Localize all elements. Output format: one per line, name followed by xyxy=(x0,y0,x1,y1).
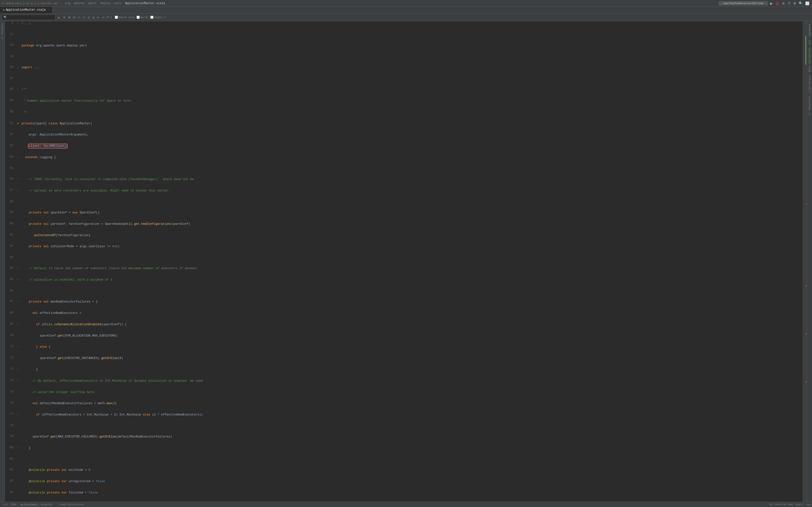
fold-icon[interactable]: ▾ xyxy=(17,88,19,91)
breadcrumb: org ▸ apache ▸ spark ▸ deploy ▸ yarn ▸ A… xyxy=(65,1,165,5)
code-line: 17 xyxy=(5,33,803,43)
code-line: 73 ▾ } xyxy=(5,367,803,379)
regex-label[interactable]: Regex xyxy=(150,16,162,19)
help-icon[interactable]: ? xyxy=(164,16,166,19)
search-btn[interactable]: 🔍 xyxy=(798,1,804,6)
fold-icon[interactable]: ▾ xyxy=(17,345,19,348)
code-line: 63 xyxy=(5,256,803,266)
search-plus-btn[interactable]: ⊞ xyxy=(67,15,71,19)
code-line: 68 val effectiveNumExecutors = xyxy=(5,311,803,322)
code-line: 83 @volatile private var unregistered = … xyxy=(5,479,803,490)
bean-validation-panel-tab[interactable]: Bean Validation xyxy=(807,47,812,73)
todo-tab[interactable]: ≡ 6: TODO xyxy=(2,502,18,507)
fold-icon[interactable]: ▾ xyxy=(17,323,19,326)
words-label[interactable]: Words xyxy=(137,16,148,19)
bc-apache: apache xyxy=(74,2,84,5)
fold-icon[interactable]: ▾ xyxy=(17,380,19,382)
code-line: 65 ▾ // allocation is enabled), with a m… xyxy=(5,277,803,289)
run-gutter-icon[interactable]: ▶ xyxy=(17,122,19,125)
todo-label: 6: TODO xyxy=(6,503,17,506)
profile-btn[interactable]: ⏱ xyxy=(786,1,792,6)
search-nav3-btn[interactable]: ⊳ xyxy=(96,15,101,19)
filter-icon[interactable]: ≡ xyxy=(107,15,109,19)
java-enterprise-tab[interactable]: ☕ Java Enterprise xyxy=(56,502,85,507)
code-line: 54 ▾ extends Logging { xyxy=(5,155,803,166)
editor-area[interactable]: 1 ▾ /.../ 17 18 package org.apache.spark… xyxy=(5,21,803,502)
bc-spark: spark xyxy=(88,2,96,5)
code-line: 53 client: YarnRMClient) xyxy=(5,144,803,155)
code-line: 47 xyxy=(5,76,803,87)
code-line: 84 @volatile private var finished = fals… xyxy=(5,490,803,502)
search-minus-btn[interactable]: ⊟ xyxy=(72,15,77,19)
filter2-icon[interactable]: ▾ xyxy=(110,15,112,19)
debug-btn[interactable]: 🐞 xyxy=(774,1,780,6)
project-panel-icon[interactable]: 1: Project xyxy=(0,22,4,40)
search-undo-btn[interactable]: ↩ xyxy=(77,15,81,19)
right-panels: Database Ant Bean Validation Z-Structure… xyxy=(807,21,812,502)
event-log-btn[interactable]: Event Log xyxy=(796,503,810,506)
search-icon: 🔍 xyxy=(4,16,7,19)
search-nav1-btn[interactable]: ⊴ xyxy=(87,15,91,19)
scala-icon: ◈ xyxy=(3,8,5,11)
fold-icon[interactable]: ▾ xyxy=(17,300,19,303)
fold-icon[interactable]: ▾ xyxy=(17,22,19,25)
ant-panel-tab[interactable]: Ant xyxy=(807,38,812,46)
words-checkbox[interactable] xyxy=(137,16,140,19)
search-nav4-btn[interactable]: ⊲ xyxy=(101,15,105,19)
bc-org: org xyxy=(65,2,70,5)
search-nav2-btn[interactable]: ⊵ xyxy=(91,15,96,19)
code-line: 75 ▾ // avoid the integer overflow here. xyxy=(5,390,803,401)
run-config[interactable]: ☕ SparkKafkaReceiverDStream ▾ xyxy=(719,1,768,5)
cursor-position: 53:c36(n/a):00E xyxy=(769,503,794,506)
database-panel-tab[interactable]: Database xyxy=(807,22,812,38)
main-area: 1: Project 1 ▾ /.../ 17 18 package org.a… xyxy=(0,21,812,502)
fold-icon[interactable]: ▾ xyxy=(17,156,19,159)
left-panel-strip: 1: Project xyxy=(0,21,5,502)
todo-icon: ≡ xyxy=(3,503,5,506)
build-btn[interactable]: ▶ xyxy=(769,1,773,6)
match-case-label[interactable]: Match Case xyxy=(115,16,135,19)
fold-icon[interactable]: ▾ xyxy=(17,66,19,69)
code-line: 80 ▾ } xyxy=(5,446,803,457)
z-structure-panel-tab[interactable]: Z-Structure xyxy=(807,74,812,95)
fold-icon[interactable]: ▾ xyxy=(17,189,19,192)
search-input[interactable] xyxy=(8,16,53,19)
fold-icon[interactable]: ▾ xyxy=(17,278,19,281)
breadcrumb-sep: ▸ xyxy=(59,1,61,5)
fold-icon[interactable]: ▾ xyxy=(17,267,19,270)
jar-name: spark-yarn_2.11-2.1.1-sources.jar xyxy=(5,2,58,5)
code-line: 79 sparkConf.get(MAX_EXECUTOR_FAILURES).… xyxy=(5,434,803,446)
coverage-btn[interactable]: ⚙ xyxy=(781,1,785,6)
search-redo-btn[interactable]: ↪ xyxy=(82,15,86,19)
title-right: ☕ SparkKafkaReceiverDStream ▾ ▶ 🐞 ⚙ ⏱ ⚙ … xyxy=(719,1,810,6)
code-line: 1 ▾ /.../ xyxy=(5,21,803,33)
favorites-panel-tab[interactable]: 2- Favorites xyxy=(807,95,812,117)
warning-tick2 xyxy=(806,334,807,334)
maximize-btn[interactable]: ⬜ xyxy=(805,1,810,6)
java-enterprise-label: Java Enterprise xyxy=(60,503,84,506)
right-scrollbar[interactable]: ✓ xyxy=(803,21,807,502)
search-next-btn[interactable]: ▼ xyxy=(62,15,67,19)
fold-icon[interactable]: ▾ xyxy=(17,413,19,416)
code-line: 67 ▾ private val maxNumExecutorFailures … xyxy=(5,299,803,311)
fold-icon[interactable]: ▾ xyxy=(17,391,19,394)
file-tab-applicationmaster[interactable]: ◈ ApplicationMaster.scala × xyxy=(0,7,52,13)
fold-icon[interactable]: ▾ xyxy=(17,178,19,181)
warning-tick xyxy=(806,286,807,286)
code-line: 51 ▶ private[spark] class ApplicationMas… xyxy=(5,121,803,132)
code-line: 62 private val isClusterMode = args.user… xyxy=(5,244,803,256)
app-icon: ⚡ xyxy=(2,1,4,5)
settings-btn[interactable]: ⚙ xyxy=(793,1,797,6)
toolbar-icons: ▶ 🐞 ⚙ ⏱ ⚙ 🔍 ⬜ xyxy=(769,1,810,6)
regex-checkbox[interactable] xyxy=(150,16,153,19)
code-line: 72 sparkConf.get(EXECUTOR_INSTANCES).get… xyxy=(5,356,803,367)
fold-icon[interactable]: ▾ xyxy=(17,447,19,449)
title-bar: ⚡ spark-yarn_2.11-2.1.1-sources.jar ▸ or… xyxy=(0,0,812,7)
code-line: 59 private val sparkConf = new SparkConf… xyxy=(5,210,803,222)
warning-tick3 xyxy=(806,382,807,382)
match-case-checkbox[interactable] xyxy=(115,16,118,19)
tab-close[interactable]: × xyxy=(48,8,49,11)
fold-icon[interactable]: ▾ xyxy=(17,368,19,371)
search-prev-btn[interactable]: ▲ xyxy=(57,15,61,19)
search-input-wrap: 🔍 xyxy=(2,15,55,20)
